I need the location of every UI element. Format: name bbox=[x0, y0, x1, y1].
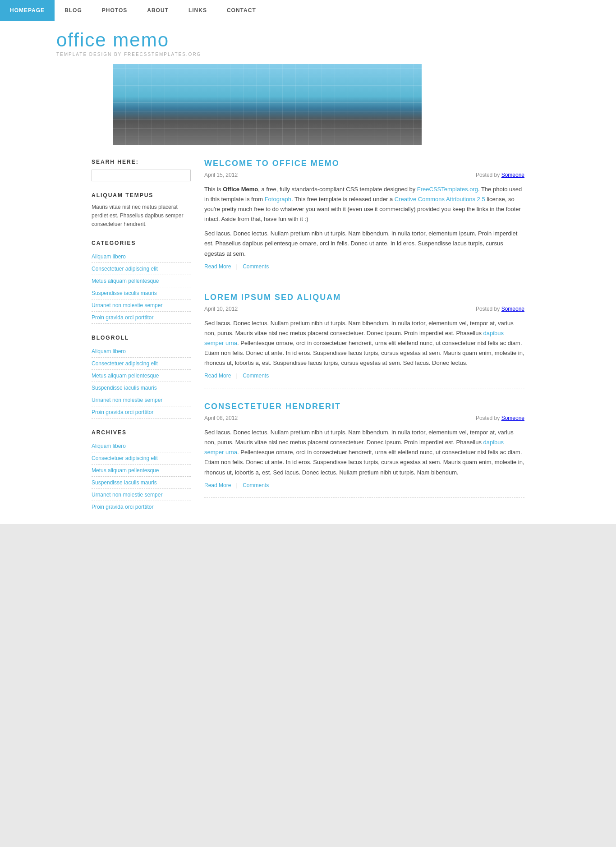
list-item: Urnanet non molestie semper bbox=[92, 299, 191, 312]
cc-link[interactable]: Creative Commons Attributions 2.5 bbox=[395, 196, 485, 203]
main-content: WELCOME TO OFFICE MEMO April 15, 2012 Po… bbox=[204, 159, 524, 524]
categories-list: Aliquam libero Consectetuer adipiscing e… bbox=[92, 251, 191, 324]
dapibus-link[interactable]: dapibus semper urna bbox=[204, 330, 504, 346]
sidebar: SEARH HERE: ALIQUAM TEMPUS Mauris vitae … bbox=[92, 159, 191, 524]
archive-link[interactable]: Proin gravida orci porttitor bbox=[92, 504, 153, 510]
post-2-date: April 10, 2012 bbox=[204, 306, 238, 312]
post-3-read-more[interactable]: Read More bbox=[204, 482, 231, 488]
post-3-title: CONSECTETUER HENDRERIT bbox=[204, 402, 524, 411]
post-1-author-link[interactable]: Someone bbox=[501, 172, 524, 178]
site-header: office memo TEMPLATE DESIGN BY FREECSSTE… bbox=[0, 21, 616, 60]
post-1-comments[interactable]: Comments bbox=[243, 263, 269, 270]
post-2-body: Sed lacus. Donec lectus. Nullam pretium … bbox=[204, 318, 524, 368]
sidebar-archives-heading: ARCHIVES bbox=[92, 429, 191, 436]
post-1-date: April 15, 2012 bbox=[204, 172, 238, 178]
archive-link[interactable]: Consectetuer adipiscing elit bbox=[92, 455, 158, 461]
nav-links[interactable]: LINKS bbox=[179, 0, 217, 21]
sidebar-aliquam-heading: ALIQUAM TEMPUS bbox=[92, 192, 191, 198]
list-item: Metus aliquam pellentesque bbox=[92, 275, 191, 287]
site-tagline: TEMPLATE DESIGN BY FREECSSTEMPLATES.ORG bbox=[56, 52, 616, 57]
archive-link[interactable]: Metus aliquam pellentesque bbox=[92, 467, 159, 474]
dapibus-link2[interactable]: dapibus semper urna bbox=[204, 439, 504, 456]
freecss-link[interactable]: FreeCSSTemplates.org bbox=[417, 186, 478, 193]
nav-photos[interactable]: PHOTOS bbox=[92, 0, 137, 21]
list-item: Consectetuer adipiscing elit bbox=[92, 452, 191, 465]
sidebar-search-heading: SEARH HERE: bbox=[92, 159, 191, 165]
search-input[interactable] bbox=[92, 170, 191, 181]
post-3-body: Sed lacus. Donec lectus. Nullam pretium … bbox=[204, 428, 524, 477]
site-title: office memo bbox=[56, 29, 616, 51]
post-2-meta: April 10, 2012 Posted by Someone bbox=[204, 306, 524, 312]
post-2-comments[interactable]: Comments bbox=[243, 373, 269, 379]
nav-contact[interactable]: CONTACT bbox=[217, 0, 266, 21]
post-1-title: WELCOME TO OFFICE MEMO bbox=[204, 159, 524, 168]
page-wrapper: SEARH HERE: ALIQUAM TEMPUS Mauris vitae … bbox=[83, 150, 533, 524]
list-item: Consectetuer adipiscing elit bbox=[92, 358, 191, 370]
list-item: Proin gravida orci porttitor bbox=[92, 406, 191, 419]
post-1-body2: Sed lacus. Donec lectus. Nullam pretium … bbox=[204, 229, 524, 258]
sidebar-search-section: SEARH HERE: bbox=[92, 159, 191, 181]
list-item: Proin gravida orci porttitor bbox=[92, 312, 191, 324]
archive-link[interactable]: Aliquam libero bbox=[92, 443, 126, 449]
archives-list: Aliquam libero Consectetuer adipiscing e… bbox=[92, 440, 191, 513]
post-1-footer: Read More | Comments bbox=[204, 263, 524, 270]
post-3-date: April 08, 2012 bbox=[204, 415, 238, 421]
post-2-read-more[interactable]: Read More bbox=[204, 373, 231, 379]
hero-image bbox=[113, 64, 422, 145]
list-item: Urnanet non molestie semper bbox=[92, 394, 191, 406]
post-2-author-link[interactable]: Someone bbox=[501, 306, 524, 312]
site-title-plain: office bbox=[56, 29, 113, 51]
post-1-author: Posted by Someone bbox=[476, 172, 524, 178]
post-3-footer: Read More | Comments bbox=[204, 482, 524, 488]
blogroll-link[interactable]: Metus aliquam pellentesque bbox=[92, 373, 159, 379]
list-item: Aliquam libero bbox=[92, 251, 191, 263]
nav-homepage[interactable]: HOMEPAGE bbox=[0, 0, 55, 21]
blogroll-link[interactable]: Proin gravida orci porttitor bbox=[92, 409, 153, 415]
list-item: Metus aliquam pellentesque bbox=[92, 465, 191, 477]
sidebar-aliquam-section: ALIQUAM TEMPUS Mauris vitae nisl nec met… bbox=[92, 192, 191, 229]
archive-link[interactable]: Urnanet non molestie semper bbox=[92, 492, 162, 498]
list-item: Suspendisse iaculis mauris bbox=[92, 382, 191, 394]
sidebar-blogroll-section: BLOGROLL Aliquam libero Consectetuer adi… bbox=[92, 335, 191, 419]
post-1-meta: April 15, 2012 Posted by Someone bbox=[204, 172, 524, 178]
site-title-accent: memo bbox=[113, 29, 169, 51]
sidebar-categories-heading: CATEGORIES bbox=[92, 240, 191, 246]
separator: | bbox=[236, 263, 238, 270]
nav-about[interactable]: ABOUT bbox=[137, 0, 179, 21]
post-3-comments[interactable]: Comments bbox=[243, 482, 269, 488]
blogroll-list: Aliquam libero Consectetuer adipiscing e… bbox=[92, 345, 191, 419]
list-item: Metus aliquam pellentesque bbox=[92, 370, 191, 382]
sidebar-archives-section: ARCHIVES Aliquam libero Consectetuer adi… bbox=[92, 429, 191, 513]
blogroll-link[interactable]: Suspendisse iaculis mauris bbox=[92, 385, 157, 391]
fotograph-link[interactable]: Fotograph bbox=[265, 196, 291, 203]
post-3-meta: April 08, 2012 Posted by Someone bbox=[204, 415, 524, 421]
blogroll-link[interactable]: Aliquam libero bbox=[92, 348, 126, 354]
list-item: Aliquam libero bbox=[92, 345, 191, 358]
nav-blog[interactable]: BLOG bbox=[55, 0, 92, 21]
list-item: Consectetuer adipiscing elit bbox=[92, 263, 191, 275]
post-3-author-link[interactable]: Someone bbox=[501, 415, 524, 421]
category-link[interactable]: Metus aliquam pellentesque bbox=[92, 278, 159, 284]
category-link[interactable]: Consectetuer adipiscing elit bbox=[92, 266, 158, 272]
post-1-read-more[interactable]: Read More bbox=[204, 263, 231, 270]
post-2-author: Posted by Someone bbox=[476, 306, 524, 312]
post-3: CONSECTETUER HENDRERIT April 08, 2012 Po… bbox=[204, 402, 524, 497]
list-item: Proin gravida orci porttitor bbox=[92, 501, 191, 513]
separator: | bbox=[236, 482, 238, 488]
sidebar-blogroll-heading: BLOGROLL bbox=[92, 335, 191, 341]
post-2-footer: Read More | Comments bbox=[204, 373, 524, 379]
list-item: Aliquam libero bbox=[92, 440, 191, 452]
archive-link[interactable]: Suspendisse iaculis mauris bbox=[92, 479, 157, 486]
blogroll-link[interactable]: Urnanet non molestie semper bbox=[92, 397, 162, 403]
list-item: Suspendisse iaculis mauris bbox=[92, 287, 191, 299]
main-nav: HOMEPAGE BLOG PHOTOS ABOUT LINKS CONTACT bbox=[0, 0, 616, 21]
category-link[interactable]: Suspendisse iaculis mauris bbox=[92, 290, 157, 296]
blogroll-link[interactable]: Consectetuer adipiscing elit bbox=[92, 360, 158, 367]
category-link[interactable]: Proin gravida orci porttitor bbox=[92, 314, 153, 321]
category-link[interactable]: Aliquam libero bbox=[92, 253, 126, 260]
post-2-title: LOREM IPSUM SED ALIQUAM bbox=[204, 293, 524, 302]
separator: | bbox=[236, 373, 238, 379]
category-link[interactable]: Urnanet non molestie semper bbox=[92, 302, 162, 308]
list-item: Urnanet non molestie semper bbox=[92, 489, 191, 501]
post-2: LOREM IPSUM SED ALIQUAM April 10, 2012 P… bbox=[204, 293, 524, 388]
